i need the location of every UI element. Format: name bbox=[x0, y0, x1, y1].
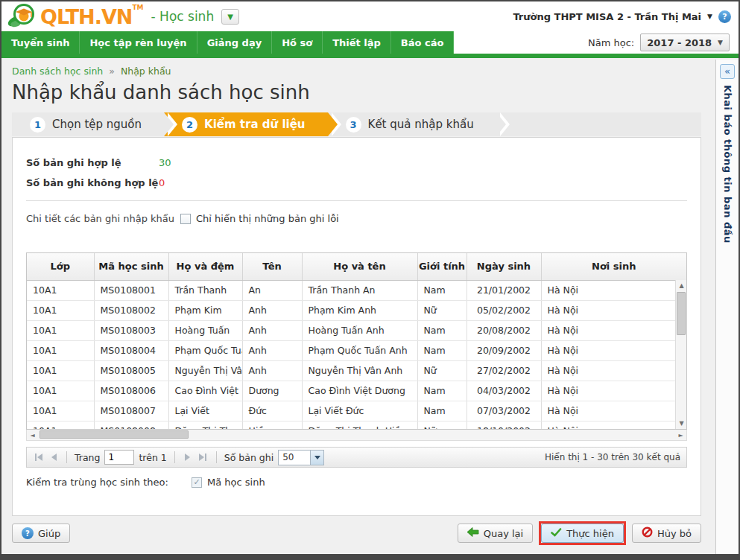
collapse-sidebar-button[interactable]: « bbox=[720, 64, 735, 79]
column-header: Tên bbox=[242, 253, 302, 280]
table-cell: Anh bbox=[242, 360, 302, 381]
nav-tab-4[interactable]: Hồ sơ bbox=[272, 31, 323, 54]
records-table-zone: LớpMã học sinhHọ và đệmTênHọ và tênGiới … bbox=[26, 252, 687, 441]
nav-tab-5[interactable]: Thiết lập bbox=[323, 31, 391, 54]
table-cell: MS0108001 bbox=[94, 280, 168, 300]
step-number-icon: 1 bbox=[30, 117, 45, 133]
page-of-label: trên 1 bbox=[139, 452, 166, 463]
table-row[interactable]: 10A1MS0108002Phạm KimAnhPhạm Kim AnhNữ05… bbox=[27, 300, 686, 320]
page-size-select[interactable]: 50 bbox=[278, 450, 324, 465]
table-cell: Hoàng Tuấn Anh bbox=[302, 320, 417, 340]
table-cell: 10A1 bbox=[27, 280, 94, 300]
scroll-right-icon[interactable]: ► bbox=[675, 430, 686, 440]
help-button[interactable]: ? Giúp bbox=[12, 524, 70, 543]
sidebar-vertical-title[interactable]: Khai báo thông tin ban đầu bbox=[722, 85, 733, 244]
table-row[interactable]: 10A1MS0108007Lại ViếtĐứcLại Viết ĐứcNam0… bbox=[27, 401, 686, 421]
back-button-label: Quay lại bbox=[484, 528, 523, 539]
app-window: QLTH.VNTM - Học sinh ▼ Trường THPT MISA … bbox=[0, 0, 740, 560]
next-page-button[interactable] bbox=[183, 452, 192, 462]
nav-tab-1[interactable]: Tuyển sinh bbox=[1, 31, 80, 54]
scroll-down-icon[interactable]: ▼ bbox=[676, 418, 687, 429]
horizontal-scrollbar[interactable]: ◄ ► bbox=[26, 430, 687, 441]
table-cell: 10A1 bbox=[27, 340, 94, 360]
table-cell: Phạm Kim Anh bbox=[302, 300, 417, 320]
wizard-step-1[interactable]: 1Chọn tệp nguồn bbox=[12, 112, 164, 136]
breadcrumb-link[interactable]: Danh sách học sinh bbox=[12, 66, 103, 77]
logo-text: QLTH.VN bbox=[40, 5, 132, 28]
page-size-value: 50 bbox=[279, 452, 310, 462]
school-year-label: Năm học: bbox=[588, 37, 634, 48]
wizard-step-3[interactable]: 3Kết quả nhập khẩu bbox=[328, 112, 496, 136]
table-row[interactable]: 10A1MS0108006Cao Đình ViệtDươngCao Đình … bbox=[27, 381, 686, 401]
vertical-scroll-thumb[interactable] bbox=[677, 292, 686, 335]
school-user-menu[interactable]: Trường THPT MISA 2 - Trần Thị Mai bbox=[513, 11, 701, 22]
help-icon[interactable]: ? bbox=[718, 10, 731, 23]
step-number-icon: 2 bbox=[182, 117, 197, 133]
table-cell: Phạm Quốc Tuấn bbox=[168, 340, 242, 360]
wizard-step-2[interactable]: 2Kiểm tra dữ liệu bbox=[164, 112, 327, 136]
detail-row: Chi tiết các bản ghi nhập khẩu Chỉ hiển … bbox=[26, 213, 687, 224]
table-cell: Anh bbox=[242, 300, 302, 320]
breadcrumb-separator: » bbox=[109, 66, 115, 77]
column-header: Mã học sinh bbox=[94, 253, 168, 280]
duplicate-check-label: Kiểm tra trùng học sinh theo: bbox=[26, 477, 186, 488]
page-label: Trang bbox=[75, 452, 100, 463]
chevron-down-icon[interactable]: ▼ bbox=[707, 13, 712, 20]
table-row[interactable]: 10A1MS0108001Trần ThanhAnTrần Thanh AnNa… bbox=[27, 280, 686, 300]
table-cell: Hà Nội bbox=[541, 421, 686, 430]
nav-tab-2[interactable]: Học tập rèn luyện bbox=[80, 31, 197, 54]
table-cell: Lại Viết bbox=[168, 401, 242, 421]
table-cell: Đặng Thị Thanh Hiền bbox=[302, 421, 417, 430]
table-cell: Hà Nội bbox=[541, 340, 686, 360]
breadcrumb-current: Nhập khẩu bbox=[121, 66, 171, 77]
table-cell: Trần Thanh bbox=[168, 280, 242, 300]
step-label: Chọn tệp nguồn bbox=[52, 118, 142, 131]
table-cell: Hà Nội bbox=[541, 280, 686, 300]
prev-page-button[interactable] bbox=[49, 452, 59, 462]
school-year-select[interactable]: 2017 - 2018 ▼ bbox=[640, 34, 730, 51]
school-year-value: 2017 - 2018 bbox=[647, 37, 712, 48]
nav-tab-6[interactable]: Báo cáo bbox=[391, 31, 455, 54]
table-row[interactable]: 10A1MS0108004Phạm Quốc TuấnAnhPhạm Quốc … bbox=[27, 340, 686, 360]
execute-button[interactable]: Thực hiện bbox=[541, 524, 624, 543]
vertical-scrollbar[interactable]: ▲ ▼ bbox=[675, 280, 686, 429]
errors-only-label: Chỉ hiển thị những bản ghi lỗi bbox=[196, 213, 339, 224]
first-page-button[interactable] bbox=[33, 452, 45, 462]
table-cell: Hiền bbox=[242, 421, 302, 430]
invalid-records-row: Số bản ghi không hợp lệ 0 bbox=[26, 177, 687, 188]
dup-check-checkbox[interactable] bbox=[192, 477, 202, 488]
module-dropdown-button[interactable]: ▼ bbox=[221, 9, 239, 25]
table-row[interactable]: 10A1MS0108003Hoàng TuấnAnhHoàng Tuấn Anh… bbox=[27, 320, 686, 340]
table-cell: 04/03/2002 bbox=[467, 381, 541, 401]
valid-records-label: Số bản ghi hợp lệ bbox=[26, 157, 159, 168]
table-cell: 20/08/2002 bbox=[467, 320, 541, 340]
last-page-button[interactable] bbox=[197, 452, 209, 462]
column-header: Ngày sinh bbox=[467, 253, 541, 280]
table-header-row: LớpMã học sinhHọ và đệmTênHọ và tênGiới … bbox=[27, 253, 686, 280]
table-cell: 10A1 bbox=[27, 300, 94, 320]
errors-only-checkbox[interactable] bbox=[180, 214, 191, 224]
table-cell: 21/01/2002 bbox=[467, 280, 541, 300]
back-button[interactable]: Quay lại bbox=[458, 524, 533, 543]
table-row[interactable]: 10A1MS0108005Nguyễn Thị VânAnhNguyễn Thị… bbox=[27, 360, 686, 381]
column-header: Giới tính bbox=[417, 253, 467, 280]
column-header: Họ và tên bbox=[302, 253, 417, 280]
table-row[interactable]: 10A1MS0108008Đặng Thị ThanhHiềnĐặng Thị … bbox=[27, 421, 686, 430]
breadcrumb: Danh sách học sinh » Nhập khẩu bbox=[12, 66, 715, 77]
page-number-input[interactable] bbox=[104, 450, 134, 465]
page-size-label: Số bản ghi bbox=[224, 452, 273, 463]
scroll-up-icon[interactable]: ▲ bbox=[676, 280, 687, 291]
table-cell: An bbox=[242, 280, 302, 300]
arrow-left-icon bbox=[467, 527, 479, 539]
scroll-left-icon[interactable]: ◄ bbox=[27, 430, 38, 440]
help-button-label: Giúp bbox=[38, 528, 60, 539]
table-cell: Phạm Kim bbox=[168, 300, 242, 320]
main-content: Danh sách học sinh » Nhập khẩu Nhập khẩu… bbox=[1, 58, 715, 554]
nav-tab-3[interactable]: Giảng dạy bbox=[197, 31, 273, 54]
horizontal-scroll-thumb[interactable] bbox=[39, 430, 189, 439]
cancel-button[interactable]: Hủy bỏ bbox=[632, 524, 701, 543]
invalid-records-label: Số bản ghi không hợp lệ bbox=[26, 177, 159, 188]
nav-bar: Tuyển sinhHọc tập rèn luyệnGiảng dạyHồ s… bbox=[1, 31, 739, 54]
table-cell: Nam bbox=[417, 401, 467, 421]
table-cell: Nam bbox=[417, 381, 467, 401]
